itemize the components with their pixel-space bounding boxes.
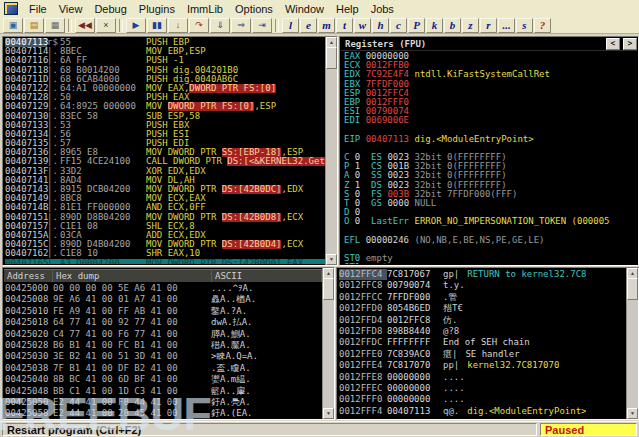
disasm-row[interactable]: 00407143|.8915 DCB04200MOV DWORD PTR DS:…: [5, 185, 325, 194]
register-line[interactable]: EBP 0012FFF0: [344, 98, 636, 107]
disasm-row[interactable]: 00407128|.50PUSH EAX: [5, 93, 325, 102]
toolbar-letter-t[interactable]: t: [336, 18, 353, 33]
dump-row[interactable]: 00425048BB C1 41 00 1D C3 41 00籃A..肁.: [5, 386, 322, 397]
windows-list-icon[interactable]: ▦: [45, 18, 65, 33]
dump-row[interactable]: 004250408B BC 41 00 6D BF 41 00嬱A.m緼.: [5, 374, 322, 385]
disasm-row[interactable]: 0040715C|.890D D4B04200MOV DWORD PTR DS:…: [5, 240, 325, 249]
scrollbar-thumb[interactable]: [323, 278, 334, 300]
scroll-down-icon[interactable]: ▼: [323, 408, 334, 419]
register-line[interactable]: ESI 00790074: [344, 107, 636, 116]
menu-help[interactable]: Help: [330, 2, 365, 16]
register-line[interactable]: ESP 0012FFC4: [344, 89, 636, 98]
run-icon[interactable]: ▶: [126, 18, 146, 33]
register-line[interactable]: EDI 0069006E: [344, 116, 636, 125]
stack-row[interactable]: 0012FFD08054B6ED矠T€: [339, 303, 626, 314]
stack-row[interactable]: 0012FFF400407113q@.dig.<ModuleEntryPoint…: [339, 406, 626, 417]
animate-into-icon[interactable]: ⇓: [210, 18, 230, 33]
restart-icon[interactable]: ◀◀: [75, 18, 95, 33]
disasm-row[interactable]: 0040713F|.33D2XOR EDX,EDX: [5, 167, 325, 176]
toolbar-letter-h[interactable]: h: [372, 18, 389, 33]
registers-prev-button[interactable]: <: [606, 38, 620, 50]
register-line[interactable]: [344, 126, 636, 135]
step-into-icon[interactable]: ↓: [168, 18, 188, 33]
stack-row[interactable]: 0012FFE800000000....: [339, 372, 626, 383]
register-line[interactable]: EIP 00407113 dig.<ModuleEntryPoint>: [344, 135, 636, 144]
until-return-icon[interactable]: ⇥: [252, 18, 272, 33]
disasm-scrollbar[interactable]: ▲ ▼: [325, 37, 337, 265]
register-line[interactable]: [344, 144, 636, 153]
disasm-row[interactable]: 00407114|.8BECMOV EBP,ESP: [5, 47, 325, 56]
app-icon[interactable]: [4, 2, 18, 15]
register-line[interactable]: EBX 7FFDF000: [344, 80, 636, 89]
disasm-row[interactable]: 00407133|.53PUSH EBX: [5, 121, 325, 130]
stack-row[interactable]: 0012FFD8898B8440@?8: [339, 326, 626, 337]
toolbar-letter-P[interactable]: P: [408, 18, 425, 33]
dump-row[interactable]: 00425050E2 44 41 00 F8 44 41 00釪A.鳧A.: [5, 397, 322, 408]
toolbar-letter-z[interactable]: z: [462, 18, 479, 33]
register-line[interactable]: EFL 00000246 (NO,NB,E,BE,NS,PE,GE,LE): [344, 236, 636, 245]
toolbar-letter-dots[interactable]: ...: [498, 18, 515, 33]
toolbar-letter-b[interactable]: b: [444, 18, 461, 33]
stack-row[interactable]: 0012FFF000000000....: [339, 394, 626, 405]
register-line[interactable]: EAX 00000000: [344, 52, 636, 61]
stack-row[interactable]: 0012FFEC00000000....: [339, 383, 626, 394]
dump-column-ascii[interactable]: ASCII: [212, 269, 322, 282]
disasm-row[interactable]: 00407135|.57PUSH EDI: [5, 139, 325, 148]
disasm-row[interactable]: 00407130|.83EC 58SUB ESP,58: [5, 112, 325, 121]
registers-next-button[interactable]: >: [623, 38, 637, 50]
dump-row[interactable]: 0042500000 00 00 00 5E A6 41 00....^ｦA.: [5, 283, 322, 294]
scroll-down-icon[interactable]: ▼: [627, 408, 638, 419]
toolbar-letter-e[interactable]: e: [300, 18, 317, 33]
register-line[interactable]: ST0 empty: [344, 254, 636, 263]
stack-row[interactable]: 0012FFE47C817070pp|kernel32.7C817070: [339, 360, 626, 371]
menu-immlib[interactable]: ImmLib: [181, 2, 229, 16]
new-window-icon[interactable]: ▣: [3, 18, 23, 33]
disasm-row[interactable]: 00407149|.8BC8MOV ECX,EAX: [5, 194, 325, 203]
disasm-row[interactable]: 00407134|.56PUSH ESI: [5, 130, 325, 139]
disasm-row[interactable]: 00407113r$55PUSH EBP: [5, 38, 325, 47]
menu-file[interactable]: File: [23, 2, 53, 16]
menu-view[interactable]: View: [53, 2, 89, 16]
stack-row[interactable]: 0012FFE07C839AC0瘎|SE handler: [339, 349, 626, 360]
stack-row[interactable]: 0012FFC47C817067gp|RETURN to kernel32.7C…: [339, 269, 626, 280]
close-program-icon[interactable]: ×: [96, 18, 116, 33]
disasm-row[interactable]: 00407157|.C1E1 08SHL ECX,8: [5, 222, 325, 231]
toolbar-letter-s[interactable]: s: [516, 18, 533, 33]
register-line[interactable]: Z 1 DS 0023 32bit 0(FFFFFFFF): [344, 181, 636, 190]
disasm-row[interactable]: 00407165|.A3 D0B04200MOV DWORD PTR DS:[4…: [5, 259, 325, 265]
dump-scrollbar[interactable]: ▲ ▼: [322, 268, 334, 419]
disasm-row[interactable]: 0040711D|.68 6CAB4000PUSH dig.0040AB6C: [5, 75, 325, 84]
disasm-row[interactable]: 00407116|.6A FFPUSH -1: [5, 56, 325, 65]
step-over-icon[interactable]: ↷: [189, 18, 209, 33]
register-line[interactable]: C 0 ES 0023 32bit 0(FFFFFFFF): [344, 153, 636, 162]
pause-icon[interactable]: ▮▮: [147, 18, 167, 33]
dump-row[interactable]: 00425010FE A9 41 00 FF AB 41 00鑿A.?A.: [5, 306, 322, 317]
register-line[interactable]: A 0 SS 0023 32bit 0(FFFFFFFF): [344, 171, 636, 180]
toolbar-letter-r[interactable]: r: [480, 18, 497, 33]
stack-scrollbar[interactable]: ▲ ▼: [626, 268, 638, 419]
disasm-row[interactable]: 00407139|.FF15 4CE24100CALL DWORD PTR DS…: [5, 157, 325, 166]
disasm-row[interactable]: 00407129|.64:8925 000000MOV DWORD PTR FS…: [5, 102, 325, 111]
menu-plugins[interactable]: Plugins: [133, 2, 181, 16]
disasm-row[interactable]: 0040714B|.81E1 FF000000AND ECX,0FF: [5, 203, 325, 212]
register-line[interactable]: [344, 227, 636, 236]
register-line[interactable]: O 0 LastErr ERROR_NO_IMPERSONATION_TOKEN…: [344, 217, 636, 226]
toolbar-letter-c[interactable]: c: [390, 18, 407, 33]
register-line[interactable]: EDX 7C92E4F4 ntdll.KiFastSystemCallRet: [344, 70, 636, 79]
toolbar-letter-m[interactable]: m: [318, 18, 335, 33]
register-line[interactable]: S 0 FS 003B 32bit 7FFDF000(FFF): [344, 190, 636, 199]
menu-debug[interactable]: Debug: [88, 2, 132, 16]
register-line[interactable]: P 1 CS 001B 32bit 0(FFFFFFFF): [344, 162, 636, 171]
stack-row[interactable]: 0012FFDCFFFFFFFFEnd of SEH chain: [339, 337, 626, 348]
dump-column-address[interactable]: Address: [4, 269, 53, 282]
dump-row[interactable]: 00425028B6 B1 41 00 FC B1 41 00稓A.黶A.: [5, 340, 322, 351]
menu-window[interactable]: Window: [279, 2, 330, 16]
register-line[interactable]: ECX 0012FFB0: [344, 61, 636, 70]
dump-row[interactable]: 004250387F B1 41 00 DF B2 41 00.盇.矎A.: [5, 363, 322, 374]
animate-over-icon[interactable]: ⇒: [231, 18, 251, 33]
disasm-row[interactable]: 00407162|.C1E8 10SHR EAX,10: [5, 249, 325, 258]
scroll-down-icon[interactable]: ▼: [326, 254, 337, 265]
toolbar-letter-k[interactable]: k: [426, 18, 443, 33]
toolbar-letter-l[interactable]: l: [282, 18, 299, 33]
dump-row[interactable]: 004250303E B2 41 00 51 3D 41 00>睞A.Q=A.: [5, 351, 322, 362]
